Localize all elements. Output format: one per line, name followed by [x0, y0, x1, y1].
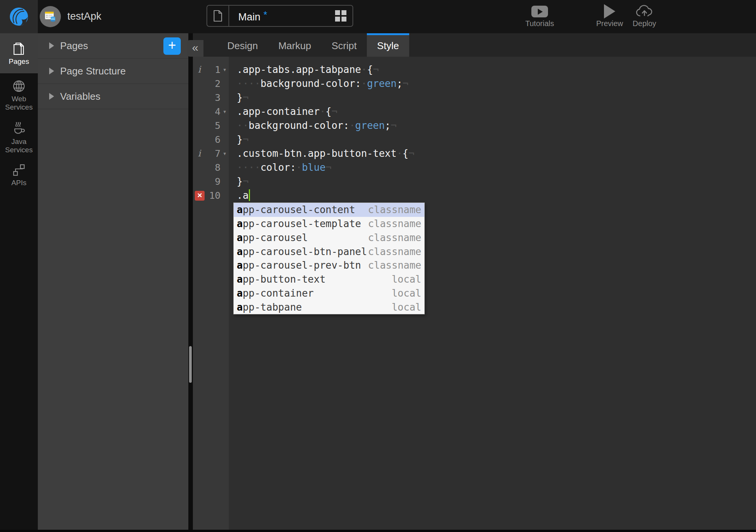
bottom-bar: [0, 530, 756, 532]
app-logo-block[interactable]: [0, 0, 38, 33]
fold-icon[interactable]: ▾: [220, 105, 229, 119]
code-line[interactable]: 5··background-color:·green;¬: [193, 119, 756, 133]
hint-kind-label: classname: [368, 232, 421, 243]
code-text[interactable]: .app-tabs.app-tabpane·{¬: [229, 63, 379, 77]
autocomplete-item[interactable]: app-tabpanelocal: [234, 300, 424, 314]
hint-kind-label: classname: [368, 246, 421, 257]
line-number: 8: [206, 161, 220, 175]
youtube-icon: [531, 6, 548, 17]
panel-editor-divider[interactable]: [188, 33, 193, 530]
sidebar-item-web-services[interactable]: Web Services: [0, 79, 38, 111]
hint-kind-label: classname: [368, 218, 421, 229]
editor-region: DesignMarkupScriptStyle i1▾.app-tabs.app…: [193, 33, 756, 530]
code-line[interactable]: 3}¬: [193, 91, 756, 105]
code-line[interactable]: 9}¬: [193, 175, 756, 189]
unsaved-indicator: *: [264, 9, 267, 20]
autocomplete-item[interactable]: app-button-textlocal: [234, 272, 424, 286]
code-line[interactable]: ✕10.a: [193, 189, 756, 203]
line-number: 4: [206, 105, 220, 119]
line-number: 10: [205, 189, 220, 203]
code-text[interactable]: }¬: [229, 133, 248, 147]
page-tab-label: Main*: [229, 9, 335, 23]
autocomplete-item[interactable]: app-carousel-templateclassname: [234, 217, 424, 231]
line-number: 1: [206, 63, 220, 77]
code-text[interactable]: .app-container·{¬: [229, 105, 337, 119]
line-number: 5: [206, 119, 220, 133]
deploy-button[interactable]: Deploy: [627, 5, 662, 28]
style-code-editor[interactable]: i1▾.app-tabs.app-tabpane·{¬2····backgrou…: [193, 57, 756, 530]
play-icon: [604, 4, 615, 19]
code-text[interactable]: }¬: [229, 175, 248, 189]
tutorials-label: Tutorials: [519, 19, 560, 28]
deploy-label: Deploy: [627, 19, 662, 28]
collapsed-caret-icon[interactable]: [49, 93, 54, 100]
line-number: 7: [206, 147, 220, 161]
code-lines: i1▾.app-tabs.app-tabpane·{¬2····backgrou…: [193, 57, 756, 203]
fold-icon[interactable]: ▾: [220, 63, 229, 77]
app-icon[interactable]: [40, 6, 61, 27]
text-cursor: [249, 189, 250, 201]
code-line[interactable]: 4▾.app-container·{¬: [193, 105, 756, 119]
panel-section-variables[interactable]: Variables: [38, 84, 188, 109]
open-page-tab[interactable]: Main*: [206, 5, 353, 27]
preview-button[interactable]: Preview: [591, 5, 629, 28]
panel-section-pages[interactable]: Pages +: [38, 33, 188, 59]
sidebar-item-pages[interactable]: Pages: [0, 33, 38, 73]
autocomplete-item[interactable]: app-containerlocal: [234, 286, 424, 300]
code-text[interactable]: }¬: [229, 91, 248, 105]
tab-style[interactable]: Style: [367, 33, 409, 57]
code-text[interactable]: ··background-color:·green;¬: [229, 119, 397, 133]
sidebar-item-java-services[interactable]: Java Services: [0, 121, 38, 154]
info-marker-icon: i: [193, 147, 206, 161]
hint-kind-label: classname: [368, 260, 421, 271]
autocomplete-item[interactable]: app-carousel-prev-btnclassname: [234, 258, 424, 272]
info-marker-icon: i: [193, 63, 206, 77]
globe-icon: [12, 79, 26, 93]
app-name: testApk: [67, 11, 101, 22]
top-bar: testApk Main* Tutorials Preview Deploy: [0, 0, 756, 33]
hint-kind-label: local: [392, 302, 421, 313]
code-line[interactable]: 6}¬: [193, 133, 756, 147]
sidebar-item-apis[interactable]: APIs: [0, 163, 38, 187]
panel-section-page-structure[interactable]: Page Structure: [38, 59, 188, 84]
autocomplete-item[interactable]: app-carousel-contentclassname: [234, 203, 424, 217]
page-grid-icon[interactable]: [335, 10, 346, 22]
editor-tab-bar: DesignMarkupScriptStyle: [193, 33, 756, 57]
hint-kind-label: classname: [368, 204, 421, 215]
code-text[interactable]: .custom-btn.app-button-text·{¬: [229, 147, 414, 161]
tutorials-button[interactable]: Tutorials: [519, 5, 560, 28]
api-nodes-icon: [12, 163, 26, 177]
add-page-button[interactable]: +: [163, 37, 181, 55]
tab-markup[interactable]: Markup: [268, 33, 321, 57]
autocomplete-item[interactable]: app-carousel-btn-panelclassname: [234, 244, 424, 258]
preview-label: Preview: [591, 19, 629, 28]
coffee-cup-icon: [12, 121, 26, 136]
code-line[interactable]: i7▾.custom-btn.app-button-text·{¬: [193, 147, 756, 161]
tab-script[interactable]: Script: [321, 33, 367, 57]
line-number: 3: [206, 91, 220, 105]
code-line[interactable]: 2····background-color:·green;¬: [193, 77, 756, 91]
code-line[interactable]: 8····color:·blue¬: [193, 161, 756, 175]
brand-wave-icon: [9, 6, 29, 27]
project-panel: Pages + Page Structure Variables: [38, 33, 188, 530]
collapse-panel-button[interactable]: «: [187, 40, 203, 57]
page-name: Main: [238, 11, 261, 23]
pages-icon: [12, 42, 25, 56]
code-text[interactable]: ····background-color:·green;¬: [229, 77, 408, 91]
tab-design[interactable]: Design: [217, 33, 268, 57]
error-marker-icon: ✕: [195, 191, 205, 201]
autocomplete-item[interactable]: app-carouselclassname: [234, 231, 424, 245]
cloud-upload-icon: [635, 5, 654, 18]
fold-icon[interactable]: ▾: [220, 147, 229, 161]
collapsed-caret-icon[interactable]: [49, 42, 54, 49]
panel-scrollbar-thumb[interactable]: [189, 346, 192, 383]
page-file-icon: [207, 6, 229, 26]
code-text[interactable]: ····color:·blue¬: [229, 161, 331, 175]
left-icon-sidebar: Pages Web Services Java Services APIs: [0, 33, 38, 530]
hint-kind-label: local: [392, 274, 421, 285]
line-number: 2: [206, 77, 220, 91]
code-line[interactable]: i1▾.app-tabs.app-tabpane·{¬: [193, 63, 756, 77]
code-text[interactable]: .a: [229, 189, 250, 203]
collapsed-caret-icon[interactable]: [49, 68, 54, 74]
app-window-db-icon: [44, 10, 57, 23]
